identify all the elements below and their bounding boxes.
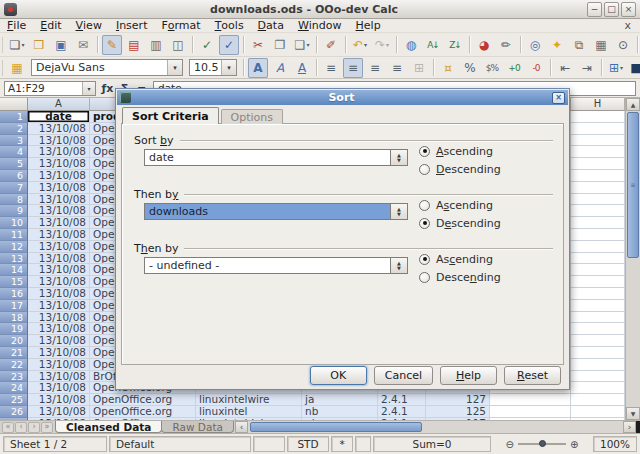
grid-cell[interactable]: 125 xyxy=(426,406,490,418)
grid-cell[interactable] xyxy=(571,205,625,217)
row-header-22[interactable]: 22 xyxy=(0,359,28,371)
status-page-style[interactable]: Default xyxy=(109,436,251,452)
grid-cell[interactable]: 13/10/08 xyxy=(28,406,90,418)
horizontal-scroll-track[interactable] xyxy=(248,421,623,433)
spellcheck-button[interactable]: ✓ xyxy=(197,35,217,55)
name-box[interactable]: A1:F29 ▾ xyxy=(4,81,96,96)
grid-cell[interactable] xyxy=(571,335,625,347)
grid-cell[interactable]: 13/10/08 xyxy=(28,371,90,383)
grid-cell[interactable]: 13/10/08 xyxy=(28,205,90,217)
grid-cell[interactable] xyxy=(571,111,625,123)
first-sheet-button[interactable]: « xyxy=(2,422,14,433)
grid-cell[interactable] xyxy=(571,276,625,288)
dialog-tab-sort-criteria[interactable]: Sort Criteria xyxy=(122,107,219,124)
sheet-tab-cleansed-data[interactable]: Cleansed Data xyxy=(55,421,162,433)
background-color-button[interactable]: ■▾ xyxy=(628,58,640,78)
combo-dropdown-icon[interactable]: ▾ xyxy=(221,60,236,75)
sort-key-combo-1[interactable]: date▲▼ xyxy=(144,149,408,166)
combo-spin-icon[interactable]: ▲▼ xyxy=(390,204,407,219)
gallery-button[interactable]: ⧉ xyxy=(569,35,589,55)
radio-unselected-icon[interactable] xyxy=(419,272,430,283)
status-zoom-level[interactable]: 100% xyxy=(593,436,637,452)
undo-button[interactable]: ↶▾ xyxy=(350,35,370,55)
minimize-button[interactable]: − xyxy=(587,2,602,17)
scroll-right-icon[interactable]: › xyxy=(623,421,636,433)
next-sheet-button[interactable]: › xyxy=(28,422,40,433)
grid-cell[interactable]: 13/10/08 xyxy=(28,241,90,253)
grid-cell[interactable]: 13/10/08 xyxy=(28,300,90,312)
close-document-button[interactable]: x xyxy=(624,19,640,32)
scroll-left-icon[interactable]: ‹ xyxy=(235,421,248,433)
grid-cell[interactable] xyxy=(571,382,625,394)
scroll-down-icon[interactable]: ▼ xyxy=(626,407,640,420)
radio-unselected-icon[interactable] xyxy=(419,164,430,175)
dialog-titlebar[interactable]: Sort × xyxy=(117,90,568,105)
menu-window[interactable]: Window xyxy=(291,19,349,32)
dropdown-caret-icon[interactable]: ▾ xyxy=(306,41,309,48)
radio-selected-icon[interactable] xyxy=(419,146,430,157)
menu-edit[interactable]: Edit xyxy=(33,19,68,32)
grid-cell[interactable] xyxy=(571,394,625,406)
copy-button[interactable]: ❐ xyxy=(270,35,290,55)
grid-cell[interactable] xyxy=(571,194,625,206)
menu-help[interactable]: Help xyxy=(349,19,388,32)
font-name-combo[interactable]: DejaVu Sans▾ xyxy=(31,59,183,76)
email-button[interactable]: ✉ xyxy=(73,35,93,55)
row-header-4[interactable]: 4 xyxy=(0,146,28,158)
navigator-button[interactable]: ✦ xyxy=(547,35,567,55)
row-header-11[interactable]: 11 xyxy=(0,229,28,241)
row-header-12[interactable]: 12 xyxy=(0,241,28,253)
new-document-button[interactable]: ❏▾ xyxy=(7,35,27,55)
close-button[interactable]: × xyxy=(621,2,636,17)
help-button[interactable]: Help xyxy=(440,366,497,385)
grid-cell[interactable]: 13/10/08 xyxy=(28,359,90,371)
auto-spellcheck-button[interactable]: ✓ xyxy=(219,35,239,55)
grid-cell[interactable]: 13/10/08 xyxy=(28,253,90,265)
descending-radio-2[interactable]: Descending xyxy=(419,217,501,229)
name-box-value[interactable]: A1:F29 xyxy=(5,82,82,94)
row-header-14[interactable]: 14 xyxy=(0,264,28,276)
zoom-slider-thumb[interactable] xyxy=(539,440,546,447)
row-header-8[interactable]: 8 xyxy=(0,194,28,206)
grid-cell[interactable] xyxy=(571,288,625,300)
grid-cell[interactable]: 13/10/08 xyxy=(28,182,90,194)
menu-tools[interactable]: Tools xyxy=(208,19,251,32)
combo-dropdown-icon[interactable]: ▾ xyxy=(167,60,182,75)
align-justified-button[interactable]: ≡ xyxy=(387,58,407,78)
grid-cell[interactable]: 13/10/08 xyxy=(28,323,90,335)
number-percent-button[interactable]: % xyxy=(460,58,480,78)
row-header-9[interactable]: 9 xyxy=(0,205,28,217)
row-header-23[interactable]: 23 xyxy=(0,371,28,383)
vertical-scrollbar[interactable]: ▲ ≡ ▼ xyxy=(625,98,640,420)
grid-cell[interactable]: 13/10/08 xyxy=(28,312,90,324)
row-header-20[interactable]: 20 xyxy=(0,335,28,347)
hyperlink-button[interactable]: ◍ xyxy=(401,35,421,55)
grid-cell[interactable]: ja xyxy=(302,394,378,406)
print-button[interactable]: ▥ xyxy=(146,35,166,55)
select-all-corner[interactable] xyxy=(0,98,28,111)
grid-cell[interactable] xyxy=(571,241,625,253)
grid-cell[interactable]: 13/10/08 xyxy=(28,394,90,406)
dialog-close-button[interactable]: × xyxy=(552,92,565,104)
scrollbar-split-handle[interactable] xyxy=(636,421,640,433)
sort-descending-button[interactable]: Z↓ xyxy=(445,35,465,55)
ok-button[interactable]: OK xyxy=(310,366,367,385)
insert-chart-button[interactable]: ◕ xyxy=(474,35,494,55)
vertical-scroll-thumb[interactable]: ≡ xyxy=(627,112,639,258)
menu-format[interactable]: Format xyxy=(154,19,207,32)
row-header-24[interactable]: 24 xyxy=(0,382,28,394)
grid-cell[interactable] xyxy=(490,406,571,418)
grid-cell[interactable] xyxy=(571,323,625,335)
grid-cell[interactable] xyxy=(571,300,625,312)
grid-cell[interactable] xyxy=(571,312,625,324)
grid-cell[interactable]: date xyxy=(28,111,90,123)
grid-cell[interactable]: 13/10/08 xyxy=(28,146,90,158)
sort-key-combo-3[interactable]: - undefined -▲▼ xyxy=(144,257,408,274)
dropdown-caret-icon[interactable]: ▾ xyxy=(21,41,24,48)
number-standard-button[interactable]: $% xyxy=(482,58,502,78)
row-header-21[interactable]: 21 xyxy=(0,347,28,359)
grid-cell[interactable] xyxy=(490,394,571,406)
function-wizard-button[interactable]: ƒx xyxy=(99,81,116,96)
previous-sheet-button[interactable]: ‹ xyxy=(15,422,27,433)
data-sources-button[interactable]: ▦ xyxy=(591,35,611,55)
